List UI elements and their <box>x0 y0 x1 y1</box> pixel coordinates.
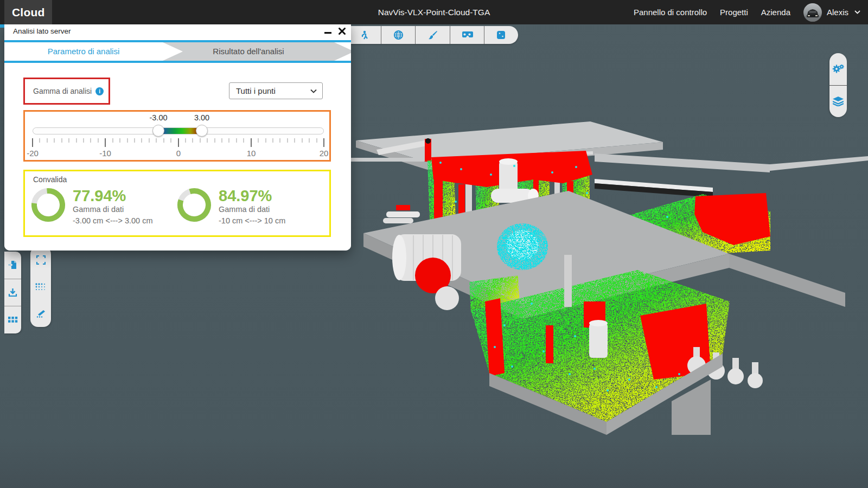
walk-icon <box>359 30 369 40</box>
minor-tick <box>236 138 237 143</box>
slider-low-value: -3.00 <box>149 113 167 122</box>
minor-tick <box>127 138 127 143</box>
percent-value: 84.97% <box>219 188 285 204</box>
minor-tick <box>193 138 193 143</box>
download-icon <box>8 288 17 297</box>
nav-projects[interactable]: Progetti <box>720 8 748 17</box>
header-nav: Pannello di controllo Progetti Azienda A… <box>634 0 860 24</box>
minor-tick <box>214 138 215 143</box>
minor-tick <box>142 138 142 143</box>
grid-button[interactable] <box>4 306 21 333</box>
select-chevron-icon <box>310 89 317 93</box>
walk-mode-button[interactable] <box>347 26 381 44</box>
chevron-down-icon <box>854 10 860 14</box>
minor-tick <box>229 138 229 143</box>
major-tick <box>251 138 252 147</box>
close-button[interactable] <box>336 23 348 39</box>
nav-dashboard[interactable]: Pannello di controllo <box>634 8 707 17</box>
minor-tick <box>91 138 91 143</box>
percent-value: 77.94% <box>73 188 152 204</box>
minor-tick <box>83 138 84 143</box>
fullscreen-button[interactable] <box>30 247 51 273</box>
cube-icon <box>496 30 506 40</box>
point-grid-icon <box>35 283 46 291</box>
minor-tick <box>244 138 244 143</box>
major-tick <box>105 138 106 147</box>
minimize-icon <box>324 28 331 34</box>
donut-chart-1 <box>31 188 66 222</box>
processing-settings-button[interactable] <box>829 53 847 85</box>
dialog-body: Gamma di analisi i Tutti i punti -3.00 3… <box>4 63 351 251</box>
minor-tick <box>302 138 302 143</box>
paint-tool-button[interactable] <box>415 26 449 44</box>
vr-mode-button[interactable] <box>450 26 484 44</box>
file-import-icon <box>8 260 17 269</box>
tab-parameter[interactable]: Parametro di analisi <box>4 42 163 61</box>
user-name: Alexis <box>827 8 848 17</box>
minor-tick <box>47 138 47 143</box>
minor-tick <box>207 138 208 143</box>
minor-tick <box>185 138 186 143</box>
slider-handle-high[interactable] <box>196 125 208 137</box>
grid-icon <box>8 317 18 323</box>
major-tick <box>323 138 324 147</box>
layers-icon <box>833 97 844 106</box>
close-icon <box>339 28 346 35</box>
minor-tick <box>287 138 288 143</box>
minor-tick <box>171 138 171 143</box>
nav-company[interactable]: Azienda <box>761 8 790 17</box>
application-window: Cloud NavVis-VLX-Point-Cloud-TGA Pannell… <box>0 0 868 488</box>
minor-tick <box>134 138 135 143</box>
measure-button[interactable] <box>30 300 51 327</box>
top-header: Cloud NavVis-VLX-Point-Cloud-TGA Pannell… <box>0 0 868 24</box>
globe-view-button[interactable] <box>381 26 415 44</box>
dialog-title: Analisi lato server <box>13 23 71 40</box>
tick-label: 10 <box>247 149 256 158</box>
minor-tick <box>98 138 98 143</box>
minor-tick <box>200 138 200 143</box>
scene-settings-toolbar <box>829 53 847 117</box>
tab-result[interactable]: Risultato dell'analisi <box>163 42 334 61</box>
slider-handle-low[interactable] <box>152 125 164 137</box>
export-toolbar <box>4 252 21 333</box>
minor-tick <box>149 138 149 143</box>
download-button[interactable] <box>4 279 21 306</box>
brush-icon <box>428 30 438 40</box>
slider-highlight: -3.00 3.00 -20 -10 0 10 20 <box>23 110 331 162</box>
minor-tick <box>120 138 120 143</box>
minor-tick <box>61 138 62 143</box>
minimize-button[interactable] <box>322 23 334 39</box>
user-menu[interactable]: Alexis <box>803 3 860 22</box>
view-tools-toolbar <box>30 247 51 327</box>
gears-icon <box>832 64 844 74</box>
validation-result-1: 77.94% Gamma di dati -3.00 cm <---> 3.00… <box>31 188 152 227</box>
server-analysis-dialog: Analisi lato server Parametro di analisi… <box>4 23 351 251</box>
minor-tick <box>273 138 273 143</box>
analysis-range-label: Gamma di analisi <box>33 87 92 95</box>
globe-icon <box>393 30 404 40</box>
dialog-titlebar[interactable]: Analisi lato server <box>4 23 351 40</box>
minor-tick <box>54 138 55 143</box>
slider-ticks <box>33 138 324 148</box>
point-size-button[interactable] <box>30 274 51 300</box>
minor-tick <box>76 138 76 143</box>
minor-tick <box>280 138 280 143</box>
viewer-toolbar <box>347 26 518 44</box>
minor-tick <box>222 138 222 143</box>
minor-tick <box>112 138 113 143</box>
tick-label: -10 <box>99 149 111 158</box>
tick-label: -20 <box>27 149 39 158</box>
points-select[interactable]: Tutti i punti <box>229 82 323 99</box>
data-range-label: Gamma di dati <box>219 204 285 215</box>
major-tick <box>32 138 33 147</box>
measure-icon <box>36 309 46 318</box>
info-icon[interactable]: i <box>95 87 104 95</box>
tick-label: 20 <box>320 149 329 158</box>
car-photo-avatar <box>803 3 822 22</box>
minor-tick <box>69 138 69 143</box>
file-import-button[interactable] <box>4 252 21 279</box>
validation-highlight: Convalida 77.94% Gamma di dati -3.00 cm … <box>23 170 331 237</box>
layers-button[interactable] <box>829 85 847 118</box>
cube-view-button[interactable] <box>484 26 518 44</box>
minor-tick <box>309 138 310 143</box>
